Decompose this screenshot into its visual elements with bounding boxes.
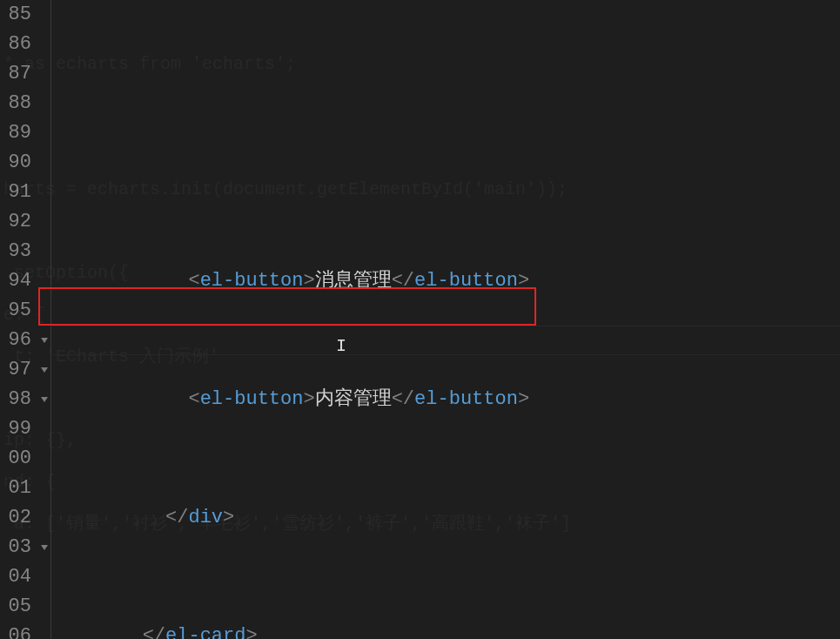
- text-cursor-icon: I: [336, 332, 346, 349]
- line-number: 87: [0, 59, 31, 89]
- line-number: 02: [0, 503, 31, 533]
- line-number: 88: [0, 89, 31, 118]
- line-number: 00: [0, 444, 31, 474]
- line-number: 04: [0, 562, 31, 592]
- line-number: 89: [0, 118, 31, 148]
- line-number: 01: [0, 474, 31, 503]
- line-number: 97: [0, 355, 31, 385]
- tag-el-button: el-button: [200, 270, 304, 292]
- fold-marker-icon[interactable]: [41, 385, 48, 414]
- text-node: 消息管理: [315, 270, 392, 292]
- line-number: 85: [0, 0, 31, 30]
- line-number: 93: [0, 237, 31, 266]
- fold-column[interactable]: [38, 0, 50, 639]
- active-line-highlight: [50, 326, 840, 355]
- line-number: 86: [0, 30, 31, 59]
- code-area[interactable]: <el-button>消息管理</el-button> <el-button>内…: [50, 0, 840, 639]
- line-number: 91: [0, 178, 31, 207]
- line-number: 05: [0, 592, 31, 622]
- line-number: 92: [0, 207, 31, 237]
- line-number: 98: [0, 385, 31, 414]
- tag-el-card: el-card: [165, 625, 245, 639]
- line-number: 03: [0, 533, 31, 562]
- fold-marker-icon[interactable]: [41, 355, 48, 385]
- tag-div: div: [188, 507, 223, 528]
- line-number: 99: [0, 414, 31, 444]
- line-number-gutter: 85 86 87 88 89 90 91 92 93 94 95 96 97 9…: [0, 0, 38, 639]
- line-number: 96: [0, 326, 31, 355]
- tag-el-button: el-button: [200, 388, 304, 410]
- line-number: 94: [0, 266, 31, 296]
- fold-marker-icon[interactable]: [41, 533, 48, 562]
- code-editor[interactable]: 85 86 87 88 89 90 91 92 93 94 95 96 97 9…: [0, 0, 840, 639]
- line-number: 06: [0, 622, 31, 639]
- fold-marker-icon[interactable]: [41, 326, 48, 355]
- line-number: 90: [0, 148, 31, 178]
- text-node: 内容管理: [315, 388, 392, 410]
- line-number: 95: [0, 296, 31, 326]
